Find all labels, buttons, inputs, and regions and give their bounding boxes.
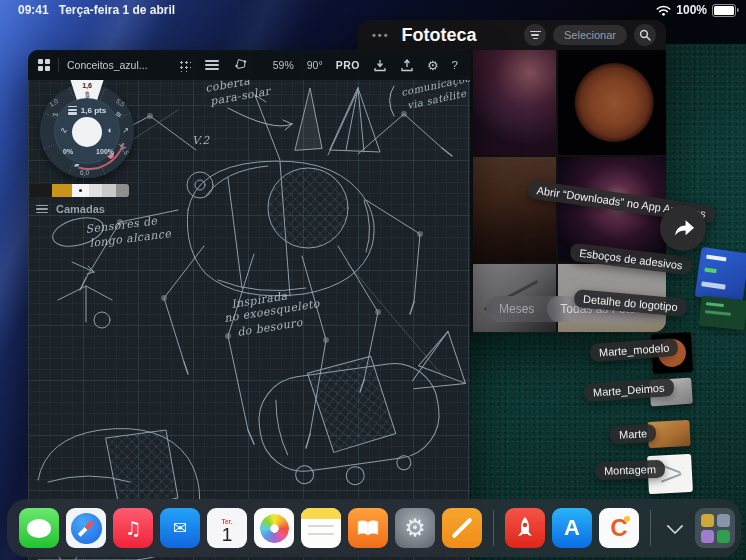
dock-music-icon[interactable]: ♫	[113, 508, 153, 548]
message-bubble-icon	[27, 519, 51, 538]
dock: ♫ ✉ Ter. 1 ⚙ A C	[7, 499, 741, 557]
search-button[interactable]	[634, 24, 656, 46]
concepts-window[interactable]: coberta para-solar comunicações via saté…	[28, 50, 470, 560]
rocket-icon	[514, 516, 536, 540]
swatch-gray[interactable]	[102, 184, 116, 197]
dock-divider	[650, 510, 651, 546]
stroke-style-button[interactable]	[205, 60, 219, 70]
swatch-white-selected[interactable]	[72, 184, 89, 197]
chevron-down-icon	[667, 517, 684, 534]
dock-rocket-app-icon[interactable]	[505, 508, 545, 548]
dock-hide-suggestions-button[interactable]	[662, 508, 688, 548]
layers-panel-header[interactable]: Camadas	[36, 203, 105, 215]
tool-wheel[interactable]: 1,0 5,5 14,5 6,0 ∿ ≋ ↗ ▰ 1,6 ✎ 1,6 pts ∿…	[40, 84, 134, 178]
tab-meses[interactable]: Meses	[486, 296, 547, 322]
color-palette-strip	[30, 184, 129, 197]
concepts-letter: C	[610, 514, 627, 542]
dock-concepts-icon[interactable]: C	[599, 508, 639, 548]
dock-divider	[493, 510, 494, 546]
help-button[interactable]: ?	[452, 59, 458, 71]
color-preview[interactable]	[72, 117, 102, 147]
filter-button[interactable]	[524, 24, 546, 46]
opacity-min-label: 0%	[63, 148, 73, 155]
dock-settings-icon[interactable]: ⚙	[395, 508, 435, 548]
stroke-size-label: 1,6 pts	[81, 106, 106, 115]
share-drop-button[interactable]	[660, 205, 706, 251]
dock-books-icon[interactable]	[348, 508, 388, 548]
opacity-max-label: 100%	[96, 148, 114, 155]
annotation-version: V.2	[192, 134, 210, 147]
layers-menu-icon	[36, 205, 48, 214]
dock-messages-icon[interactable]	[19, 508, 59, 548]
clock: 09:41	[18, 3, 49, 17]
dock-app-library-icon[interactable]	[695, 508, 735, 548]
ipad-screen: ••• Fototeca Selecionar Meses Todas as F…	[0, 0, 746, 560]
music-note-icon: ♫	[124, 517, 141, 539]
battery-icon	[712, 4, 736, 17]
swatch-gold[interactable]	[52, 184, 72, 197]
stroke-weight-icon	[68, 106, 77, 114]
date-label: Terça-feira 1 de abril	[59, 3, 176, 17]
dock-safari-icon[interactable]	[66, 508, 106, 548]
status-bar: 09:41 Terça-feira 1 de abril 100%	[0, 0, 746, 20]
pro-badge[interactable]: PRO	[336, 59, 360, 71]
swatch-black[interactable]	[30, 184, 52, 197]
compass-icon	[71, 513, 102, 544]
import-button[interactable]	[373, 59, 387, 72]
select-button[interactable]: Selecionar	[553, 25, 627, 45]
rotation-angle[interactable]: 90°	[307, 59, 323, 71]
photos-flower-icon	[260, 514, 289, 543]
swatch-light-gray[interactable]	[89, 184, 102, 197]
thumb-stickers[interactable]	[695, 247, 746, 303]
wifi-icon	[656, 5, 671, 16]
envelope-icon: ✉	[173, 518, 187, 538]
app-library-grid-icon	[701, 514, 730, 543]
smoothing-icon: ∿	[60, 125, 68, 135]
dock-calendar-icon[interactable]: Ter. 1	[207, 508, 247, 548]
selection-lasso-button[interactable]	[233, 57, 248, 73]
fototeca-title: Fototeca	[402, 25, 477, 46]
document-title[interactable]: Conceitos_azul...	[67, 59, 148, 71]
appstore-letter: A	[564, 515, 580, 541]
dock-photos-icon[interactable]	[254, 508, 294, 548]
gear-icon: ⚙	[404, 516, 426, 540]
tool-wheel-disk[interactable]: 1,6 pts ∿ ◐ 0% 100%	[54, 98, 120, 164]
fototeca-header: ••• Fototeca Selecionar	[358, 20, 666, 50]
open-book-icon	[356, 518, 380, 538]
calendar-day: 1	[222, 525, 233, 544]
export-button[interactable]	[400, 59, 414, 72]
filter-icon	[530, 31, 541, 40]
layers-label: Camadas	[56, 203, 105, 215]
zoom-level[interactable]: 59%	[273, 59, 294, 71]
dock-mail-icon[interactable]: ✉	[160, 508, 200, 548]
thumb-logo-detail[interactable]	[699, 296, 746, 331]
settings-gear-button[interactable]: ⚙	[427, 59, 439, 72]
window-overflow-menu[interactable]: •••	[372, 29, 390, 41]
battery-percent: 100%	[676, 3, 707, 17]
search-icon	[639, 29, 651, 41]
pen-icon	[451, 517, 472, 538]
grid-settings-button[interactable]	[178, 59, 191, 72]
gallery-button[interactable]	[38, 59, 50, 71]
dock-sketch-pen-icon[interactable]	[442, 508, 482, 548]
opacity-icon: ◐	[108, 125, 113, 135]
share-arrow-icon	[670, 216, 696, 240]
drag-label-marte[interactable]: Marte	[610, 424, 657, 444]
drag-label-montagem[interactable]: Montagem	[595, 460, 666, 480]
dock-notes-icon[interactable]	[301, 508, 341, 548]
concepts-toolbar: Conceitos_azul... 59% 90° PRO	[28, 50, 470, 80]
dock-appstore-icon[interactable]: A	[552, 508, 592, 548]
lasso-icon	[233, 57, 248, 71]
swatch-dark-gray[interactable]	[116, 184, 129, 197]
